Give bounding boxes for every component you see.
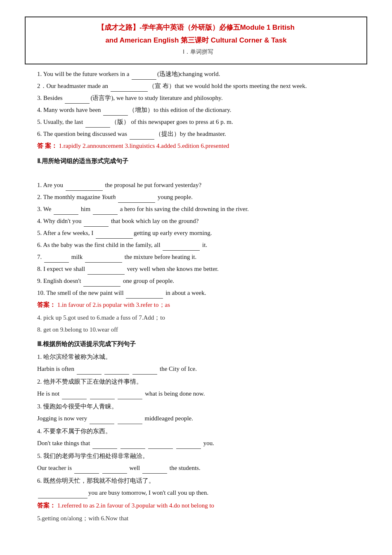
section2-header: Ⅱ.用所给词组的适当形式完成句子: [37, 156, 367, 167]
blank: [83, 286, 120, 287]
blank: [62, 399, 87, 399]
blank: [87, 274, 125, 275]
q3-5-english: Our teacher is well the students.: [37, 462, 367, 474]
blank: [90, 424, 114, 424]
section2-questions: 1. Are you the proposal he put forward y…: [25, 180, 367, 299]
q3-1-english: Harbin is often the City of Ice.: [37, 363, 367, 375]
title-box: 【成才之路】-学年高中英语（外研版）必修五Module 1 British an…: [25, 17, 367, 64]
blank: [44, 262, 69, 263]
section3-answer1: 答案： 1.referred to as 2.in favour of 3.po…: [37, 500, 367, 511]
blank: [38, 498, 87, 498]
blank: [142, 473, 167, 474]
blank: [103, 115, 128, 116]
q2-1: 1. Are you the proposal he put forward y…: [37, 180, 367, 191]
q2-7: 7. milk the mixture before heating it.: [37, 251, 367, 263]
q1-3: 3. Besides (语言学), we have to study liter…: [37, 92, 367, 104]
blank: [96, 238, 133, 239]
q3-2-english: He is not what is being done now.: [37, 388, 367, 399]
blank: [65, 103, 90, 104]
title-line1: 【成才之路】-学年高中英语（外研版）必修五Module 1 British: [32, 21, 360, 34]
blank: [118, 424, 142, 424]
blank: [120, 448, 145, 449]
q2-2: 2. The monthly magazine Youth young peop…: [37, 192, 367, 203]
blank: [163, 250, 200, 251]
q3-6-english: you are busy tomorrow, I won't call you …: [37, 487, 367, 498]
section2-answer3: 8. get on 9.belong to 10.wear off: [37, 324, 367, 335]
q2-8: 8. I expect we shall very well when she …: [37, 263, 367, 275]
blank: [93, 214, 118, 215]
blank: [77, 374, 102, 375]
q2-6: 6. As the baby was the first child in th…: [37, 240, 367, 251]
q3-6-chinese: 6. 既然你明天忙，那我就不给你打电话了。: [37, 475, 367, 486]
q3-4-chinese: 4. 不要拿不属于你的东西。: [37, 426, 367, 437]
section1-answer: 答 案： 1.rapidly 2.announcement 3.linguist…: [37, 140, 367, 152]
blank: [126, 298, 163, 299]
blank: [102, 473, 127, 474]
q1-6: 6. The question being discussed was （提出）…: [37, 128, 367, 140]
blank: [118, 202, 155, 203]
q2-10: 10. The smell of the new paint will in a…: [37, 287, 367, 299]
section3-questions: 1. 哈尔滨经常被称为冰城。 Harbin is often the City …: [25, 351, 367, 498]
blank: [118, 399, 142, 399]
blank: [85, 127, 110, 128]
title-line2: and American English 第三课时 Cultural Corne…: [32, 34, 360, 47]
blank: [176, 448, 201, 449]
blank: [148, 448, 173, 449]
section2-answer2: 4. pick up 5.got used to 6.made a fuss o…: [37, 312, 367, 323]
blank: [66, 190, 103, 191]
section1-label: Ⅰ．单词拼写: [36, 47, 360, 57]
section3-header: Ⅲ.根据所给的汉语提示完成下列句子: [37, 339, 367, 350]
blank: [104, 374, 129, 375]
q1-1: 1. You will be the future workers in a (…: [37, 69, 367, 80]
blank: [130, 139, 154, 140]
q3-4-english: Don't take things that you.: [37, 438, 367, 449]
q3-3-english: Jogging is now very middleaged people.: [37, 413, 367, 424]
blank: [84, 226, 109, 227]
blank: [132, 79, 156, 80]
q2-9: 9. English doesn't one group of people.: [37, 275, 367, 287]
q3-1-chinese: 1. 哈尔滨经常被称为冰城。: [37, 351, 367, 363]
q1-4: 4. Many words have been （增加）to this edit…: [37, 104, 367, 116]
section2-answer1: 答案： 1.in favour of 2.is popular with 3.r…: [37, 299, 367, 311]
q3-3-chinese: 3. 慢跑如今很受中年人青睐。: [37, 401, 367, 412]
blank: [92, 448, 117, 449]
q3-2-chinese: 2. 他并不赞成眼下正在做的这件事情。: [37, 376, 367, 387]
blank: [74, 473, 99, 474]
blank: [85, 262, 122, 263]
blank: [132, 374, 157, 375]
q1-2: 2．Our headmaster made an （宣 布）that we wo…: [37, 81, 367, 92]
blank: [90, 399, 115, 399]
section1-questions: 1. You will be the future workers in a (…: [25, 69, 367, 140]
blank: [54, 214, 78, 215]
q1-5: 5. Usually, the last （版） of this newspap…: [37, 116, 367, 128]
q2-5: 5. After a few weeks, I getting up early…: [37, 228, 367, 239]
q2-4: 4. Why didn't you that book which lay on…: [37, 216, 367, 227]
q3-5-chinese: 5. 我们的老师与学生们相处得非常融洽。: [37, 451, 367, 462]
q2-3: 3. We him a hero for his saving the chil…: [37, 204, 367, 215]
section3-answer2: 5.getting on/along；with 6.Now that: [37, 513, 367, 524]
blank: [111, 91, 148, 92]
